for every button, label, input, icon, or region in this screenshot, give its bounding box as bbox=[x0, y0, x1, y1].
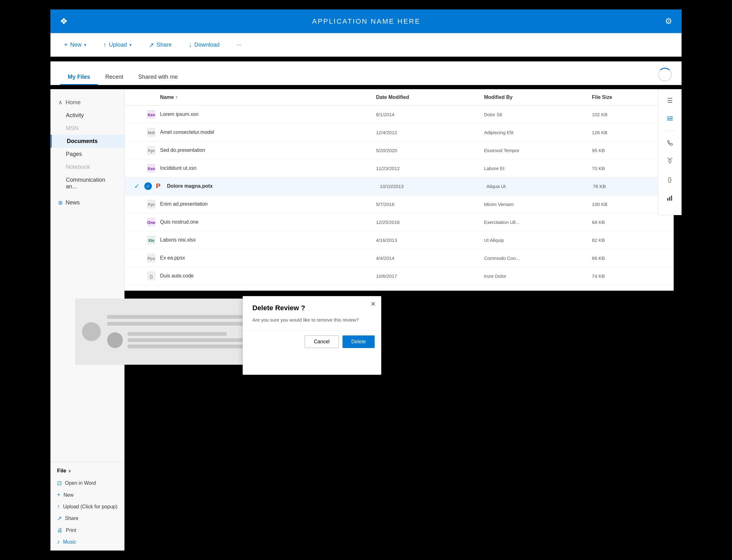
delete-review-modal: ✕ Delete Review ? Are you sure you would… bbox=[243, 296, 381, 375]
tab-my-files[interactable]: My Files bbox=[60, 70, 98, 85]
file-menu-upload[interactable]: ↑ Upload (Click for popup) bbox=[51, 501, 124, 512]
svg-text:{}: {} bbox=[150, 274, 153, 279]
right-panel-phone-icon[interactable] bbox=[664, 137, 676, 149]
svg-text:One: One bbox=[147, 220, 155, 225]
file-menu-music[interactable]: ♪ Music bbox=[51, 536, 124, 548]
file-menu-share[interactable]: ↗ Share bbox=[51, 512, 124, 524]
preview-line-5 bbox=[128, 345, 259, 348]
toolbar: + New ▾ ↑ Upload ▾ ↗ Share ↓ Download ··… bbox=[50, 33, 682, 57]
table-row[interactable]: ✓ ✓ P Dolore magna.potx 10/10/2013 Aliqu… bbox=[125, 177, 673, 195]
svg-rect-19 bbox=[667, 118, 673, 119]
file-name: Ex ea.ppsx bbox=[160, 255, 376, 261]
file-share-label: Share bbox=[65, 516, 78, 521]
sidebar-nav: ∧ Home Activity MSN Documents Pages Note… bbox=[51, 89, 124, 462]
open-in-word-label: Open in Word bbox=[65, 480, 96, 486]
modal-close-button[interactable]: ✕ bbox=[371, 300, 376, 308]
file-menu-open-in-word[interactable]: ⊡ Open in Word bbox=[51, 477, 124, 489]
file-name: Incididunt ut.xsn bbox=[160, 165, 376, 171]
table-row[interactable]: {} Duis aute.code 10/6/2017 Irure Dolor … bbox=[125, 267, 673, 285]
file-type-icon: ✓ bbox=[143, 181, 153, 191]
file-share-icon: ↗ bbox=[57, 515, 62, 522]
svg-rect-20 bbox=[667, 120, 673, 120]
file-type-icon: Xsn bbox=[146, 109, 156, 119]
settings-icon[interactable]: ⚙ bbox=[665, 16, 672, 26]
sidebar-item-notebook[interactable]: Notebook bbox=[51, 161, 124, 174]
right-panel-chart-icon[interactable] bbox=[664, 191, 676, 204]
file-upload-label: Upload (Click for popup) bbox=[63, 504, 117, 510]
table-row[interactable]: Ppt Sed do.presentation 5/20/2020 Eiusmo… bbox=[125, 141, 673, 159]
modal-title: Delete Review ? bbox=[243, 296, 381, 317]
sidebar-item-activity[interactable]: Activity bbox=[51, 109, 124, 122]
table-row[interactable]: Pps Ex ea.ppsx 4/4/2014 Commodo Con... 8… bbox=[125, 249, 673, 267]
download-button[interactable]: ↓ Download bbox=[185, 39, 223, 51]
upload-button-label: Upload bbox=[109, 42, 127, 48]
notebook-label: Notebook bbox=[66, 164, 90, 170]
file-modified-by: Dolor Sit bbox=[484, 112, 592, 117]
more-button[interactable]: ··· bbox=[233, 39, 245, 51]
sidebar-item-news[interactable]: ⊞ News bbox=[51, 196, 124, 209]
file-modified-by: Minim Veniam bbox=[484, 202, 592, 207]
sidebar-item-communication[interactable]: Communication an... bbox=[51, 174, 124, 193]
right-panel-hamburger-icon[interactable]: ☰ bbox=[664, 94, 676, 107]
row-checkbox[interactable]: ✓ bbox=[134, 182, 143, 190]
svg-text:Xsn: Xsn bbox=[147, 166, 155, 171]
file-date: 5/7/2016 bbox=[376, 202, 484, 207]
upload-chevron-icon: ▾ bbox=[129, 43, 132, 47]
file-menu-header[interactable]: File ∨ bbox=[51, 465, 124, 477]
right-panel-antenna-icon[interactable] bbox=[664, 155, 676, 168]
table-row[interactable]: Xls Laboris nisi.xlsx 4/16/2013 Ut Aliqu… bbox=[125, 231, 673, 249]
app-title: APPLICATION NAME HERE bbox=[312, 17, 421, 26]
table-row[interactable]: Ppt Enim ad.presentation 5/7/2016 Minim … bbox=[125, 195, 673, 213]
plus-icon: + bbox=[64, 41, 68, 49]
table-row[interactable]: Mdl Amet consectetur.model 12/4/2012 Adi… bbox=[125, 123, 673, 141]
file-list-area: Name ↑ Date Modified Modified By File Si… bbox=[124, 89, 674, 291]
column-name[interactable]: Name ↑ bbox=[160, 94, 376, 100]
table-row[interactable]: One Quis nostrud.one 12/25/2016 Exercita… bbox=[125, 213, 673, 231]
new-button[interactable]: + New ▾ bbox=[60, 39, 90, 51]
right-panel: ☰ {} bbox=[658, 89, 682, 215]
tab-recent[interactable]: Recent bbox=[98, 70, 131, 85]
new-chevron-icon: ▾ bbox=[84, 43, 86, 47]
upload-icon: ↑ bbox=[103, 41, 106, 49]
file-name: Enim ad.presentation bbox=[160, 201, 376, 207]
modal-body: Are you sure you would like to remove th… bbox=[243, 317, 381, 330]
share-button[interactable]: ↗ Share bbox=[145, 39, 175, 51]
file-music-icon: ♪ bbox=[57, 539, 60, 545]
upload-button[interactable]: ↑ Upload ▾ bbox=[100, 39, 135, 51]
svg-rect-21 bbox=[670, 117, 673, 117]
file-type-icon: Ppt bbox=[146, 199, 156, 209]
file-modified-by: Irure Dolor bbox=[484, 273, 592, 279]
news-icon: ⊞ bbox=[58, 200, 62, 206]
msn-label: MSN bbox=[66, 125, 78, 132]
delete-button[interactable]: Delete bbox=[342, 335, 375, 348]
file-type-icon: {} bbox=[146, 271, 156, 281]
column-date-modified: Date Modified bbox=[376, 94, 484, 100]
svg-point-22 bbox=[669, 160, 671, 163]
file-menu-print[interactable]: 🖨 Print bbox=[51, 524, 124, 536]
file-modified-by: Eiusmod Tempor bbox=[484, 148, 592, 153]
sidebar-item-msn[interactable]: MSN bbox=[51, 122, 124, 135]
file-date: 8/1/2014 bbox=[376, 112, 484, 117]
sidebar-item-documents[interactable]: Documents bbox=[51, 135, 124, 148]
file-name: Dolore magna.potx bbox=[167, 183, 380, 189]
cancel-button[interactable]: Cancel bbox=[305, 335, 339, 348]
right-panel-code-icon[interactable]: {} bbox=[664, 173, 676, 186]
sidebar-item-home[interactable]: ∧ Home bbox=[51, 96, 124, 109]
new-button-label: New bbox=[70, 42, 82, 48]
file-size: 126 KB bbox=[592, 130, 664, 135]
svg-text:Ppt: Ppt bbox=[148, 202, 155, 207]
file-menu-new[interactable]: + New bbox=[51, 489, 124, 501]
preview-avatar bbox=[82, 322, 101, 341]
file-menu-title: File bbox=[57, 468, 66, 474]
sidebar-item-pages[interactable]: Pages bbox=[51, 148, 124, 161]
file-type-icon: Ppt bbox=[146, 145, 156, 155]
file-modified-by: Labore Et bbox=[484, 166, 592, 171]
share-icon: ↗ bbox=[149, 41, 154, 49]
file-type-icon: Xls bbox=[146, 235, 156, 245]
file-type-icon: Pps bbox=[146, 253, 156, 263]
tab-shared-with-me[interactable]: Shared with me bbox=[131, 70, 185, 85]
right-panel-list-icon[interactable] bbox=[664, 112, 676, 125]
svg-rect-26 bbox=[671, 196, 672, 201]
table-row[interactable]: Xsn Lorem ipsum.xsn 8/1/2014 Dolor Sit 1… bbox=[125, 106, 673, 123]
table-row[interactable]: Xsn Incididunt ut.xsn 11/23/2012 Labore … bbox=[125, 159, 673, 177]
